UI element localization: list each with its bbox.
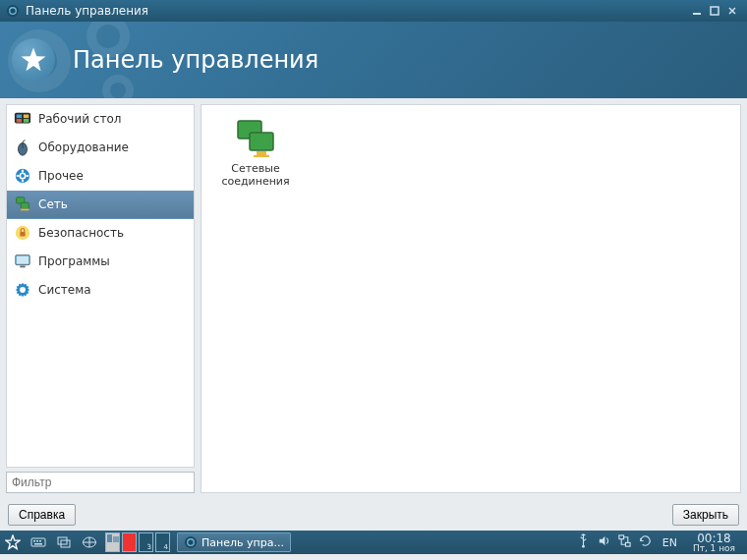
updates-icon[interactable] xyxy=(638,533,653,551)
clock-date: Пт, 1 ноя xyxy=(693,544,735,553)
main-pane: Сетевые соединения xyxy=(201,104,741,493)
header-banner: Панель управления xyxy=(0,22,747,98)
workspace-4[interactable]: 4 xyxy=(155,532,170,552)
network-icon xyxy=(13,195,32,214)
svg-rect-3 xyxy=(711,7,718,15)
svg-rect-37 xyxy=(31,538,45,546)
category-list: Рабочий стол Оборудование Прочее Сеть Бе… xyxy=(6,104,195,468)
sidebar-item-security[interactable]: Безопасность xyxy=(7,219,194,248)
svg-rect-11 xyxy=(17,115,22,119)
sidebar-item-label: Прочее xyxy=(38,169,84,183)
sidebar: Рабочий стол Оборудование Прочее Сеть Бе… xyxy=(6,104,195,493)
svg-rect-22 xyxy=(17,175,20,177)
workspace-pager[interactable]: 3 4 xyxy=(104,531,171,554)
svg-rect-13 xyxy=(17,119,22,123)
svg-rect-21 xyxy=(22,180,24,183)
svg-rect-12 xyxy=(24,115,29,119)
sidebar-item-desktop[interactable]: Рабочий стол xyxy=(7,105,194,134)
button-bar: Справка Закрыть xyxy=(0,499,747,531)
svg-rect-50 xyxy=(619,535,624,539)
svg-rect-30 xyxy=(17,256,29,264)
display-icon xyxy=(13,252,32,271)
cog-icon xyxy=(13,280,32,300)
page-title: Панель управления xyxy=(73,46,318,74)
sidebar-item-label: Программы xyxy=(38,254,110,268)
start-menu-button[interactable] xyxy=(0,531,26,554)
task-label: Панель упра... xyxy=(201,536,284,549)
svg-rect-38 xyxy=(33,540,35,542)
close-dialog-button[interactable]: Закрыть xyxy=(672,504,739,526)
svg-rect-39 xyxy=(36,540,38,542)
svg-point-48 xyxy=(190,541,192,543)
svg-rect-2 xyxy=(693,13,701,15)
svg-rect-34 xyxy=(250,133,273,150)
mouse-icon xyxy=(13,138,32,157)
window-app-icon xyxy=(6,4,20,18)
volume-icon[interactable] xyxy=(597,533,611,551)
svg-rect-28 xyxy=(20,232,25,237)
clock[interactable]: 00:18 Пт, 1 ноя xyxy=(687,532,741,553)
svg-rect-14 xyxy=(24,119,29,123)
svg-point-32 xyxy=(20,287,26,293)
svg-point-49 xyxy=(582,545,585,548)
taskbar: 3 4 Панель упра... EN 00:18 Пт, 1 ноя xyxy=(0,531,747,554)
svg-rect-40 xyxy=(39,540,41,542)
sidebar-item-label: Оборудование xyxy=(38,140,129,154)
star-badge-icon xyxy=(12,38,55,82)
svg-point-7 xyxy=(96,25,120,48)
shield-icon xyxy=(13,223,32,243)
svg-point-1 xyxy=(12,10,14,12)
svg-rect-36 xyxy=(254,155,269,157)
desktop-icon xyxy=(13,109,32,129)
workspace-2[interactable] xyxy=(122,532,137,552)
svg-rect-26 xyxy=(21,209,29,211)
svg-rect-51 xyxy=(625,542,630,546)
workspace-3[interactable]: 3 xyxy=(139,532,153,552)
svg-rect-31 xyxy=(20,266,25,268)
sidebar-item-label: Система xyxy=(38,283,91,297)
svg-rect-25 xyxy=(21,202,29,208)
sidebar-item-misc[interactable]: Прочее xyxy=(7,162,194,191)
item-network-connections[interactable]: Сетевые соединения xyxy=(211,115,300,192)
filter-input[interactable] xyxy=(6,472,195,493)
svg-rect-41 xyxy=(34,543,42,545)
sidebar-item-programs[interactable]: Программы xyxy=(7,248,194,276)
svg-rect-23 xyxy=(27,175,29,177)
window-title: Панель управления xyxy=(26,4,148,18)
taskbar-task-control-panel[interactable]: Панель упра... xyxy=(177,532,291,552)
sidebar-item-label: Рабочий стол xyxy=(38,112,121,126)
maximize-button[interactable] xyxy=(706,6,723,16)
sidebar-item-label: Сеть xyxy=(38,197,68,211)
help-button[interactable]: Справка xyxy=(8,504,76,526)
svg-point-9 xyxy=(110,83,126,98)
close-button[interactable] xyxy=(723,6,741,16)
windows-overview-icon[interactable] xyxy=(51,531,77,554)
svg-rect-20 xyxy=(22,170,24,173)
usb-icon[interactable] xyxy=(576,533,591,551)
sidebar-item-network[interactable]: Сеть xyxy=(7,191,194,219)
network-connections-icon xyxy=(232,119,279,158)
workspace-1[interactable] xyxy=(105,532,120,552)
gear-icon xyxy=(13,166,32,186)
network-tray-icon[interactable] xyxy=(617,533,632,551)
language-indicator[interactable]: EN xyxy=(659,536,681,549)
clock-time: 00:18 xyxy=(693,532,735,544)
sidebar-item-hardware[interactable]: Оборудование xyxy=(7,134,194,162)
show-desktop-icon[interactable] xyxy=(77,531,102,554)
minimize-button[interactable] xyxy=(688,6,706,16)
svg-rect-35 xyxy=(257,151,266,155)
system-tray: EN 00:18 Пт, 1 ноя xyxy=(570,531,747,554)
item-label: Сетевые соединения xyxy=(221,162,289,188)
titlebar: Панель управления xyxy=(0,0,747,22)
sidebar-item-system[interactable]: Система xyxy=(7,276,194,305)
keyboard-indicator-icon[interactable] xyxy=(26,531,51,554)
sidebar-item-label: Безопасность xyxy=(38,226,124,240)
